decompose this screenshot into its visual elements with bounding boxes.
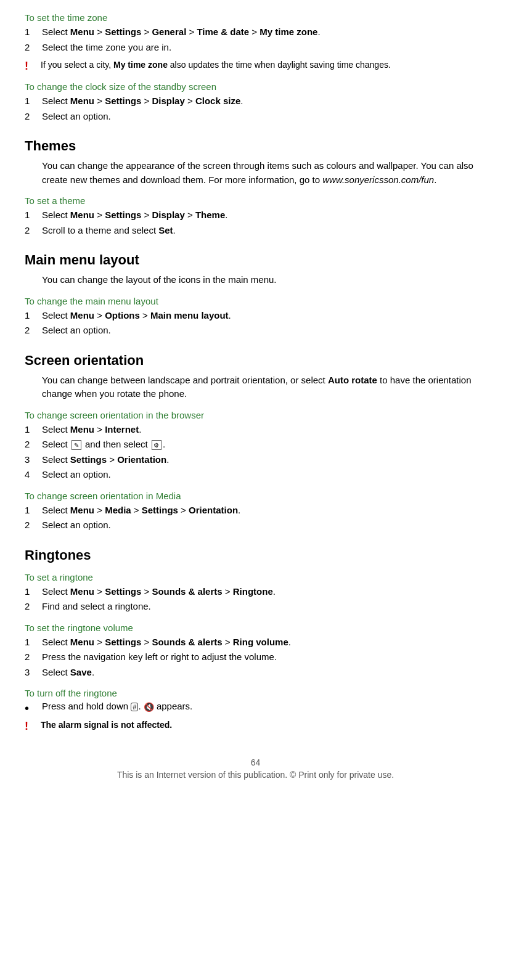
step-num: 1 (25, 504, 42, 518)
set-ringtone-volume-heading: To set the ringtone volume (25, 623, 486, 633)
step-text: Select an option. (42, 324, 111, 338)
step-2: 2 Press the navigation key left or right… (25, 650, 486, 664)
main-menu-layout-body: You can change the layout of the icons i… (42, 273, 486, 287)
themes-section: Themes You can change the appearance of … (25, 138, 486, 237)
themes-link: www.sonyericsson.com/fun (322, 174, 434, 185)
step-text: Select Menu > Settings > Display > Clock… (42, 94, 243, 108)
step-2: 2 Select ✎ and then select ⚙. (25, 438, 486, 452)
screen-orientation-body: You can change between landscape and por… (42, 374, 486, 401)
step-num: 2 (25, 41, 42, 55)
silent-mode-icon: 🔇 (144, 702, 154, 712)
turn-off-ringtone-heading: To turn off the ringtone (25, 688, 486, 698)
step-num: 2 (25, 438, 42, 452)
bullet-icon: • (25, 701, 42, 716)
step-num: 3 (25, 453, 42, 467)
step-text: Select Menu > Settings > Display > Theme… (42, 208, 227, 223)
step-2: 2 Select an option. (25, 110, 486, 124)
step-4: 4 Select an option. (25, 468, 486, 482)
step-num: 2 (25, 224, 42, 238)
change-screen-orientation-media-section: To change screen orientation in Media 1 … (25, 491, 486, 533)
turn-off-ringtone-bullet: • Press and hold down #. 🔇 appears. (25, 701, 486, 716)
note-text: If you select a city, My time zone also … (41, 59, 391, 71)
step-num: 1 (25, 309, 42, 323)
main-menu-layout-section: Main menu layout You can change the layo… (25, 252, 486, 338)
step-2: 2 Find and select a ringtone. (25, 600, 486, 614)
screen-orientation-heading: Screen orientation (25, 353, 486, 369)
step-num: 2 (25, 110, 42, 124)
step-1: 1 Select Menu > Settings > Display > The… (25, 208, 486, 223)
step-num: 4 (25, 468, 42, 482)
change-main-menu-layout-section: To change the main menu layout 1 Select … (25, 296, 486, 338)
step-text: Select the time zone you are in. (42, 41, 171, 55)
step-2: 2 Select an option. (25, 518, 486, 533)
change-screen-orientation-browser-steps: 1 Select Menu > Internet. 2 Select ✎ and… (25, 423, 486, 482)
step-text: Select Settings > Orientation. (42, 453, 169, 467)
ringtones-heading: Ringtones (25, 547, 486, 563)
change-screen-orientation-browser-section: To change screen orientation in the brow… (25, 410, 486, 482)
step-num: 2 (25, 518, 42, 533)
copyright-text: This is an Internet version of this publ… (117, 770, 394, 780)
step-1: 1 Select Menu > Settings > Sounds & aler… (25, 585, 486, 599)
change-main-menu-layout-heading: To change the main menu layout (25, 296, 486, 306)
step-text: Select Menu > Media > Settings > Orienta… (42, 504, 240, 518)
set-time-zone-section: To set the time zone 1 Select Menu > Set… (25, 12, 486, 73)
themes-body: You can change the appearance of the scr… (42, 159, 486, 187)
themes-heading: Themes (25, 138, 486, 154)
note-exclamation-icon: ! (25, 720, 36, 733)
set-a-ringtone-section: To set a ringtone 1 Select Menu > Settin… (25, 572, 486, 614)
step-1: 1 Select Menu > Internet. (25, 423, 486, 437)
step-text: Select Menu > Internet. (42, 423, 141, 437)
step-1: 1 Select Menu > Media > Settings > Orien… (25, 504, 486, 518)
set-a-theme-heading: To set a theme (25, 195, 486, 206)
change-main-menu-layout-steps: 1 Select Menu > Options > Main menu layo… (25, 309, 486, 338)
step-text: Select Menu > Settings > General > Time … (42, 25, 321, 39)
step-text: Select ✎ and then select ⚙. (42, 438, 165, 452)
change-screen-orientation-media-heading: To change screen orientation in Media (25, 491, 486, 501)
step-text: Select Menu > Settings > Sounds & alerts… (42, 585, 276, 599)
step-2: 2 Select the time zone you are in. (25, 41, 486, 55)
edit-icon: ✎ (72, 440, 81, 450)
set-a-ringtone-heading: To set a ringtone (25, 572, 486, 582)
step-text: Press the navigation key left or right t… (42, 650, 277, 664)
set-ringtone-volume-section: To set the ringtone volume 1 Select Menu… (25, 623, 486, 680)
step-1: 1 Select Menu > Settings > General > Tim… (25, 25, 486, 39)
change-screen-orientation-media-steps: 1 Select Menu > Media > Settings > Orien… (25, 504, 486, 533)
page-footer: 64 This is an Internet version of this p… (25, 757, 486, 780)
step-num: 3 (25, 666, 42, 680)
note-alarm-text: The alarm signal is not affected. (41, 719, 172, 732)
step-2: 2 Scroll to a theme and select Set. (25, 224, 486, 238)
step-text: Scroll to a theme and select Set. (42, 224, 176, 238)
note-time-zone: ! If you select a city, My time zone als… (25, 59, 486, 73)
change-screen-orientation-browser-heading: To change screen orientation in the brow… (25, 410, 486, 420)
step-num: 1 (25, 208, 42, 223)
step-3: 3 Select Save. (25, 666, 486, 680)
step-num: 1 (25, 635, 42, 650)
note-icon: ! (25, 60, 36, 73)
step-text: Select an option. (42, 110, 111, 124)
step-1: 1 Select Menu > Settings > Sounds & aler… (25, 635, 486, 650)
set-time-zone-heading: To set the time zone (25, 12, 486, 23)
step-num: 2 (25, 324, 42, 338)
set-a-theme-steps: 1 Select Menu > Settings > Display > The… (25, 208, 486, 237)
bullet-text: Press and hold down #. 🔇 appears. (42, 701, 192, 712)
step-num: 1 (25, 423, 42, 437)
main-menu-layout-heading: Main menu layout (25, 252, 486, 268)
change-clock-size-heading: To change the clock size of the standby … (25, 81, 486, 92)
step-num: 1 (25, 94, 42, 108)
set-a-theme-section: To set a theme 1 Select Menu > Settings … (25, 195, 486, 237)
screen-orientation-section: Screen orientation You can change betwee… (25, 353, 486, 533)
step-text: Select Menu > Settings > Sounds & alerts… (42, 635, 291, 650)
change-clock-size-steps: 1 Select Menu > Settings > Display > Clo… (25, 94, 486, 123)
step-text: Select an option. (42, 468, 111, 482)
step-num: 2 (25, 600, 42, 614)
ringtones-section: Ringtones To set a ringtone 1 Select Men… (25, 547, 486, 733)
step-3: 3 Select Settings > Orientation. (25, 453, 486, 467)
change-clock-size-section: To change the clock size of the standby … (25, 81, 486, 123)
note-alarm-signal: ! The alarm signal is not affected. (25, 719, 486, 733)
page-number: 64 (25, 757, 486, 767)
hash-key-icon: # (131, 703, 138, 711)
step-1: 1 Select Menu > Settings > Display > Clo… (25, 94, 486, 108)
step-num: 1 (25, 25, 42, 39)
set-a-ringtone-steps: 1 Select Menu > Settings > Sounds & aler… (25, 585, 486, 614)
settings-icon: ⚙ (152, 440, 161, 450)
